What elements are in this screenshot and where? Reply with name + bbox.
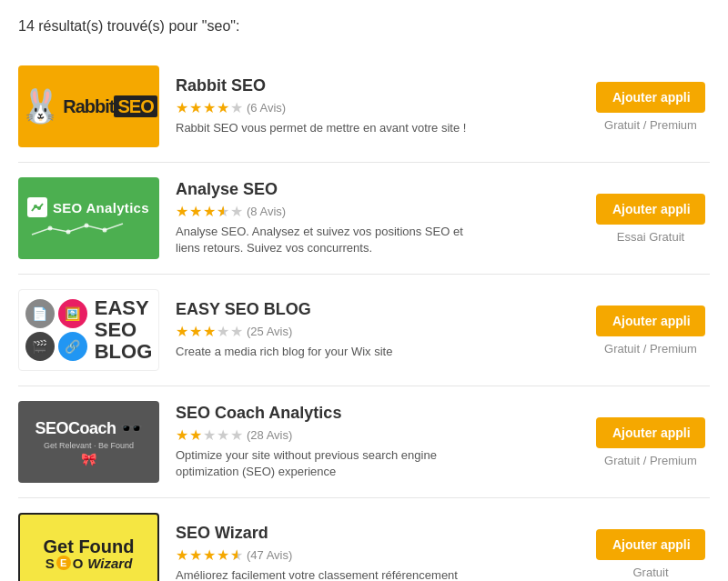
app-item: 📄 🖼️ 🎬 🔗 EASYSEOBLOG EASY SEO BLOG ★★★★★… xyxy=(18,275,710,386)
app-action: Ajouter appli Essai Gratuit xyxy=(592,194,710,244)
star-empty: ★ xyxy=(217,323,229,340)
star-half: ★★ xyxy=(230,546,243,564)
svg-point-0 xyxy=(34,205,37,208)
star-full: ★ xyxy=(176,323,188,340)
star-full: ★ xyxy=(203,546,216,564)
app-name: Rabbit SEO xyxy=(176,76,575,95)
app-logo-easy-seo: 📄 🖼️ 🎬 🔗 EASYSEOBLOG xyxy=(18,289,159,371)
app-name: Analyse SEO xyxy=(176,180,575,199)
svg-point-2 xyxy=(48,226,53,231)
app-logo-seo-wizard: Get Found SEO Wizard xyxy=(18,513,159,581)
icon-image: 🖼️ xyxy=(58,299,87,328)
add-app-button[interactable]: Ajouter appli xyxy=(596,194,705,225)
seo-coach-tagline: Get Relevant · Be Found xyxy=(44,441,134,450)
app-list: 🐰 RabbitSEO Rabbit SEO ★★★★★ (6 Avis) Ra… xyxy=(18,51,710,581)
review-count: (28 Avis) xyxy=(247,428,292,442)
star-full: ★ xyxy=(203,203,216,220)
icon-link: 🔗 xyxy=(58,332,87,361)
star-full: ★ xyxy=(217,546,229,564)
star-full: ★ xyxy=(189,203,202,220)
app-name: EASY SEO BLOG xyxy=(176,300,575,319)
star-full: ★ xyxy=(176,203,188,220)
pricing-label: Gratuit / Premium xyxy=(604,342,697,356)
search-header: 14 résultat(s) trouvé(s) pour "seo": xyxy=(18,18,710,35)
app-name: SEO Wizard xyxy=(176,524,575,543)
add-app-button[interactable]: Ajouter appli xyxy=(596,417,705,448)
review-count: (47 Avis) xyxy=(247,548,292,562)
add-app-button[interactable]: Ajouter appli xyxy=(596,82,705,113)
app-item: SEOCoach 🕶️ Get Relevant · Be Found 🎀 SE… xyxy=(18,386,710,498)
star-empty: ★ xyxy=(230,203,243,220)
app-action: Ajouter appli Gratuit / Premium xyxy=(592,306,710,356)
app-action: Ajouter appli Gratuit / Premium xyxy=(592,417,710,467)
easy-seo-text: EASYSEOBLOG xyxy=(95,297,153,364)
review-count: (8 Avis) xyxy=(247,205,286,218)
svg-point-3 xyxy=(66,230,71,235)
app-description: Améliorez facilement votre classement ré… xyxy=(176,567,485,581)
pricing-label: Gratuit / Premium xyxy=(604,118,697,132)
pricing-label: Essai Gratuit xyxy=(617,230,684,244)
app-description: Optimize your site without previous sear… xyxy=(176,447,485,480)
app-item: Get Found SEO Wizard SEO Wizard ★★★★★★ (… xyxy=(18,498,710,581)
icon-document: 📄 xyxy=(25,299,55,328)
app-info: SEO Coach Analytics ★★★★★ (28 Avis) Opti… xyxy=(176,404,575,480)
star-full: ★ xyxy=(189,546,202,564)
app-stars: ★★★★★★ (47 Avis) xyxy=(176,546,575,564)
app-logo-seo-coach: SEOCoach 🕶️ Get Relevant · Be Found 🎀 xyxy=(18,401,159,483)
add-app-button[interactable]: Ajouter appli xyxy=(596,306,705,336)
review-count: (25 Avis) xyxy=(247,325,292,338)
app-description: Create a media rich blog for your Wix si… xyxy=(176,344,485,360)
add-app-button[interactable]: Ajouter appli xyxy=(596,529,705,560)
app-info: Analyse SEO ★★★★★★ (8 Avis) Analyse SEO.… xyxy=(176,180,575,256)
star-full: ★ xyxy=(189,99,202,116)
star-full: ★ xyxy=(176,426,188,444)
star-full: ★ xyxy=(203,323,216,340)
app-item: SEO Analytics Analyse SEO ★★★★★★ (8 Avis… xyxy=(18,163,710,275)
star-full: ★ xyxy=(189,426,202,444)
app-item: 🐰 RabbitSEO Rabbit SEO ★★★★★ (6 Avis) Ra… xyxy=(18,51,710,163)
app-info: SEO Wizard ★★★★★★ (47 Avis) Améliorez fa… xyxy=(176,524,575,581)
app-action: Ajouter appli Gratuit xyxy=(592,529,710,579)
app-stars: ★★★★★ (6 Avis) xyxy=(176,99,575,116)
star-half: ★★ xyxy=(217,203,229,220)
star-empty: ★ xyxy=(230,99,243,116)
star-full: ★ xyxy=(189,323,202,340)
app-stars: ★★★★★ (28 Avis) xyxy=(176,426,575,444)
star-empty: ★ xyxy=(230,426,243,444)
svg-point-4 xyxy=(85,224,89,228)
svg-point-5 xyxy=(103,228,107,233)
bow-icon: 🎀 xyxy=(81,452,96,466)
glasses-icon: 🕶️ xyxy=(120,417,143,439)
app-stars: ★★★★★ (25 Avis) xyxy=(176,323,575,340)
app-info: EASY SEO BLOG ★★★★★ (25 Avis) Create a m… xyxy=(176,300,575,360)
star-full: ★ xyxy=(176,99,188,116)
icon-video: 🎬 xyxy=(25,332,55,361)
review-count: (6 Avis) xyxy=(247,101,286,115)
seo-wizard-text: SEO Wizard xyxy=(46,556,133,571)
star-empty: ★ xyxy=(217,426,229,444)
star-full: ★ xyxy=(176,546,188,564)
app-logo-rabbit: 🐰 RabbitSEO xyxy=(18,65,159,147)
seo-coach-title: SEOCoach xyxy=(35,419,116,438)
app-logo-seo-analytics: SEO Analytics xyxy=(18,177,159,259)
app-info: Rabbit SEO ★★★★★ (6 Avis) Rabbit SEO vou… xyxy=(176,76,575,136)
svg-point-1 xyxy=(37,206,41,210)
pricing-label: Gratuit xyxy=(632,566,668,579)
app-description: Rabbit SEO vous permet de mettre en avan… xyxy=(176,120,485,136)
app-name: SEO Coach Analytics xyxy=(176,404,575,423)
app-stars: ★★★★★★ (8 Avis) xyxy=(176,203,575,220)
star-empty: ★ xyxy=(203,426,216,444)
star-full: ★ xyxy=(203,99,216,116)
app-action: Ajouter appli Gratuit / Premium xyxy=(592,82,710,132)
seo-analytics-label: SEO Analytics xyxy=(53,200,149,215)
star-empty: ★ xyxy=(230,323,243,340)
pricing-label: Gratuit / Premium xyxy=(604,454,697,467)
get-found-text: Get Found xyxy=(44,537,135,556)
star-full: ★ xyxy=(217,99,229,116)
app-description: Analyse SEO. Analysez et suivez vos posi… xyxy=(176,224,485,256)
